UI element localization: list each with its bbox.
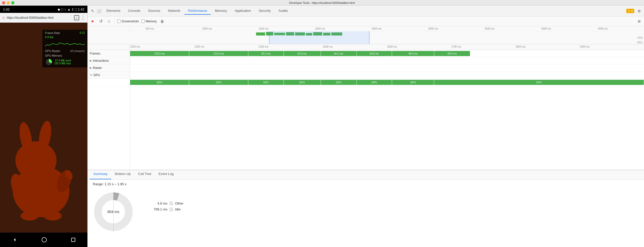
dtick-1500: 1500 ms	[323, 45, 333, 48]
other-ms: 4.9 ms	[149, 201, 167, 205]
screenshots-checkbox[interactable]	[117, 20, 121, 23]
tab-console[interactable]: Console	[124, 7, 144, 15]
svg-point-1	[15, 141, 57, 180]
raster-expand-arrow[interactable]: ▶	[90, 66, 92, 69]
frames-row: Frames 130.0 ms 133.5 ms 82.0 ms 83.9 ms…	[88, 50, 644, 57]
window-title: Developer Tools - https://localhost:5000…	[289, 1, 355, 4]
home-button[interactable]	[41, 237, 47, 243]
frame-block-2: 82.0 ms	[248, 51, 284, 56]
window-title-bar: Developer Tools - https://localhost:5000…	[0, 0, 644, 6]
gpu-label[interactable]: ▼ GPU	[88, 72, 130, 78]
android-nav-bar	[0, 233, 87, 247]
tab-audits[interactable]: Audits	[275, 7, 291, 15]
tab-network[interactable]: Network	[165, 7, 184, 15]
tick-500ms: 500 ms	[146, 27, 154, 30]
svg-rect-13	[256, 32, 265, 36]
warning-icon: ⚠	[628, 9, 630, 13]
record-button[interactable]: ●	[90, 19, 95, 24]
gpu-mem-max: 192.0 MB max	[54, 62, 71, 65]
range-label: Range: 1.15 s – 1.95 s	[88, 180, 644, 187]
tick-2500ms: 2500 ms	[372, 27, 382, 30]
fps-range: 6-12	[80, 31, 85, 34]
battery-icon: ⎕	[75, 7, 77, 11]
recents-button[interactable]	[71, 237, 76, 242]
android-time: 1:42	[3, 7, 10, 11]
interactions-row: ▶ Interactions	[88, 57, 644, 64]
memory-label: Memory	[146, 20, 157, 23]
tab-memory[interactable]: Memory	[211, 7, 231, 15]
divider-2	[114, 19, 115, 24]
back-button[interactable]	[12, 237, 18, 243]
capture-settings-button[interactable]: ⚙	[636, 19, 642, 24]
minimize-button[interactable]	[7, 1, 10, 4]
fps-bars	[256, 31, 347, 36]
close-button[interactable]	[2, 1, 5, 4]
timeline-rows: Frames 130.0 ms 133.5 ms 82.0 ms 83.9 ms…	[88, 50, 644, 170]
svg-rect-15	[274, 33, 285, 35]
memory-checkbox-group[interactable]: Memory	[141, 20, 157, 23]
tab-counter[interactable]: 1	[74, 15, 79, 20]
empty-label	[88, 87, 130, 170]
timeline-overview[interactable]: 500 ms 1000 ms 1500 ms 2000 ms 2500 ms 3…	[88, 26, 644, 44]
settings-button[interactable]: ⚙	[636, 8, 642, 14]
gpu-raster-status: off (viewport)	[70, 50, 85, 52]
other-color-box	[169, 202, 173, 205]
tab-application[interactable]: Application	[231, 7, 255, 15]
bottom-tabs: Summary Bottom-Up Call Tree Event Log	[88, 170, 644, 180]
frame-block-7: 83.0 ms	[434, 51, 470, 56]
nfc-icon: ○	[64, 7, 66, 11]
reload-record-button[interactable]: ↺	[98, 19, 104, 24]
legend-idle: 799.1 ms Idle	[149, 207, 184, 211]
tab-performance[interactable]: Performance	[184, 7, 211, 15]
fps-label: FPS	[638, 37, 642, 39]
divider	[102, 8, 102, 14]
fps-value: 9.6 fps	[45, 36, 53, 39]
topbar-right: ⚠ 4 ⚙	[626, 8, 642, 14]
frame-block-4: 84.2 ms	[321, 51, 357, 56]
tab-bottom-up[interactable]: Bottom-Up	[111, 170, 134, 179]
legend-other: 4.9 ms Other	[149, 201, 184, 205]
device-toggle-button[interactable]: ⬜	[96, 8, 102, 14]
frame-block-0: 130.0 ms	[130, 51, 189, 56]
svg-rect-21	[331, 32, 342, 36]
screenshots-checkbox-group[interactable]: Screenshots	[117, 20, 139, 23]
svg-rect-12	[71, 238, 75, 242]
tab-summary[interactable]: Summary	[90, 170, 111, 179]
gpu-expand-arrow[interactable]: ▼	[90, 74, 92, 76]
tab-elements[interactable]: Elements	[103, 7, 124, 15]
idle-color-box	[169, 208, 173, 211]
maximize-button[interactable]	[11, 1, 14, 4]
raster-text: Raster	[93, 66, 102, 70]
gpu-memory-label: GPU Memory	[45, 54, 62, 57]
performance-toolbar: ● ↺ ⊘ Screenshots Memory 🗑 ⚙	[88, 16, 644, 26]
raster-label[interactable]: ▶ Raster	[88, 64, 130, 71]
donut-center-label: 804 ms	[107, 210, 119, 214]
chrome-menu-icon[interactable]: ⋮	[81, 15, 85, 21]
stop-button[interactable]: ⊘	[106, 19, 112, 24]
cpu-label: CPU	[637, 41, 642, 44]
tab-sources[interactable]: Sources	[144, 7, 164, 15]
bunny-image	[3, 109, 80, 222]
frame-rate-label: Frame Rate	[45, 31, 60, 34]
timeline-ruler-top: 500 ms 1000 ms 1500 ms 2000 ms 2500 ms 3…	[88, 26, 644, 31]
gpu-block-1: GPU	[189, 80, 248, 85]
memory-checkbox[interactable]	[141, 20, 145, 23]
svg-rect-20	[323, 33, 330, 36]
interactions-label[interactable]: ▶ Interactions	[88, 57, 130, 64]
idle-label: Idle	[175, 207, 180, 211]
address-bar[interactable]: https://localhost:5000/badblur.html	[7, 16, 72, 20]
tab-call-tree[interactable]: Call Tree	[134, 170, 155, 179]
tab-event-log[interactable]: Event Log	[155, 170, 177, 179]
bluetooth-icon: ◆	[58, 7, 60, 11]
android-status-bar: 1:42 ◆ □ ○ ▲ ℇ ⎕ 1:42	[0, 6, 87, 13]
svg-point-11	[42, 237, 47, 242]
interactions-expand-arrow[interactable]: ▶	[90, 59, 92, 62]
memory-pie	[45, 58, 53, 66]
cursor-button[interactable]: ↖	[90, 8, 95, 14]
time-right: 1:42	[78, 7, 84, 11]
dtick-1400: 1400 ms	[259, 45, 268, 48]
warning-badge[interactable]: ⚠ 4	[626, 9, 634, 13]
tab-security[interactable]: Security	[255, 7, 274, 15]
clear-button[interactable]: 🗑	[159, 19, 165, 24]
phone-area: 1:42 ◆ □ ○ ▲ ℇ ⎕ 1:42 ⚠ https://localhos…	[0, 6, 87, 247]
